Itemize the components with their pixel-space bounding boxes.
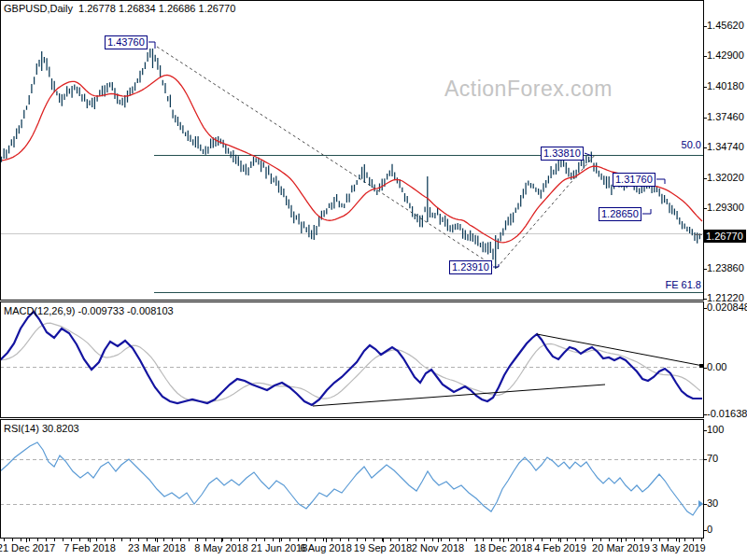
price-annotation: 1.33810 [541,147,584,161]
price-axis-label: 1.34740 [707,141,744,152]
price-axis-label: 1.37460 [707,111,744,122]
price-axis-label: 1.29300 [707,202,744,213]
date-axis-label: 2 Nov 2018 [401,542,475,553]
mt4-chart-window: ActionForex.com GBPUSD,Daily 1.26778 1.2… [0,0,747,560]
price-annotation: 1.31760 [613,173,655,187]
date-axis-label: 23 Mar 2018 [120,542,194,553]
macd-header: MACD(12,26,9) -0.009733 -0.008103 [4,305,174,316]
chart-canvas[interactable] [0,0,747,560]
macd-axis-label: 0.00 [707,361,726,372]
fib-fe618-label: FE 61.8 [665,279,701,290]
price-annotation: 1.43760 [105,35,148,49]
date-axis-label: 3 May 2019 [641,542,716,553]
price-annotation: 1.28650 [599,207,641,221]
price-axis-label: 1.32020 [707,172,744,183]
date-axis-label: 7 Feb 2018 [52,542,127,553]
rsi-axis-label: 70 [707,453,718,464]
current-price-tag: 1.26770 [703,230,746,243]
macd-axis-label: -0.016389 [707,408,747,419]
price-axis-label: 1.23860 [707,262,744,273]
rsi-axis-label: 30 [707,497,718,509]
price-axis-label: 1.42900 [707,49,744,61]
rsi-axis-label: 0 [707,524,712,535]
price-axis-label: 1.40180 [707,80,744,91]
macd-axis-label: 0.020848 [707,301,747,313]
fib-50-label: 50.0 [682,139,701,150]
price-annotation: 1.23910 [449,260,492,274]
ohlc-header: GBPUSD,Daily 1.26778 1.26834 1.26686 1.2… [4,3,235,14]
price-axis-label: 1.45620 [707,20,744,31]
rsi-header: RSI(14) 30.8203 [4,423,79,434]
rsi-axis-label: 100 [707,424,724,435]
